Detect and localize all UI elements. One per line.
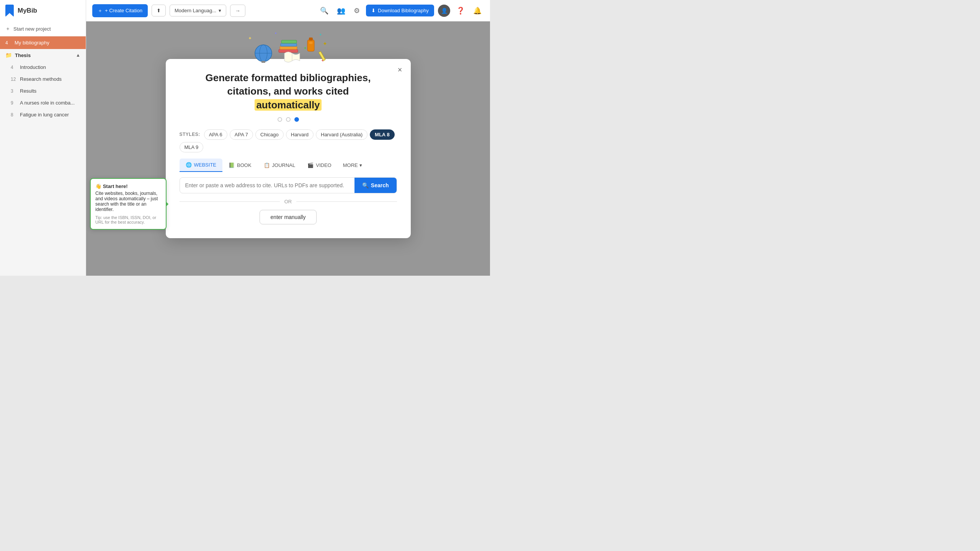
search-input[interactable] (180, 178, 354, 193)
search-button[interactable]: 🔍 Search (354, 178, 397, 193)
modal-overlay[interactable]: ✦ ✦ ● ✦ ✦ × Generate formatted bibliogra… (86, 21, 490, 276)
svg-text:●: ● (275, 31, 277, 35)
user-avatar[interactable]: 👤 (438, 5, 450, 17)
sidebar-item-my-bibliography[interactable]: 4 My bibliography (0, 36, 86, 49)
carousel-dot-2[interactable] (286, 117, 291, 122)
style-mla8-button[interactable]: MLA 8 (370, 129, 395, 140)
journal-icon: 📋 (264, 162, 270, 168)
tooltip-emoji: 👋 (95, 183, 101, 189)
sidebar-item-fatigue[interactable]: 8 Fatigue in lung cancer (0, 109, 86, 121)
carousel-dots (180, 117, 397, 122)
sidebar-item-nurses-role[interactable]: 9 A nurses role in comba... (0, 97, 86, 109)
tab-video[interactable]: 🎬 VIDEO (301, 159, 337, 172)
svg-point-3 (260, 45, 267, 62)
sidebar-items-list: 4 Introduction 12 Research methods 3 Res… (0, 61, 86, 276)
sidebar-item-introduction[interactable]: 4 Introduction (0, 61, 86, 73)
style-apa7-button[interactable]: APA 7 (230, 129, 253, 140)
create-citation-modal: ✦ ✦ ● ✦ ✦ × Generate formatted bibliogra… (166, 59, 411, 238)
svg-point-13 (309, 42, 313, 44)
add-users-icon-button[interactable]: 👥 (335, 4, 348, 17)
chevron-down-icon: ▾ (359, 162, 362, 168)
item-label: Research methods (20, 76, 80, 82)
style-selector[interactable]: Modern Languag... ▾ (170, 5, 226, 16)
chevron-up-icon: ▲ (76, 52, 80, 58)
or-divider: OR (180, 199, 397, 204)
style-label: Modern Languag... (175, 8, 216, 13)
style-harvard-button[interactable]: Harvard (286, 129, 314, 140)
carousel-dot-3[interactable] (294, 117, 299, 122)
app-name: MyBib (18, 7, 37, 15)
tab-more-button[interactable]: MORE ▾ (338, 159, 368, 172)
settings-icon-button[interactable]: ⚙ (351, 4, 362, 17)
notification-icon-button[interactable]: 🔔 (471, 4, 484, 17)
plus-icon: ＋ (5, 25, 10, 32)
avatar-icon: 👤 (441, 8, 448, 14)
plus-icon: ＋ (98, 7, 103, 14)
hero-illustration: ✦ ✦ ● ✦ ✦ (246, 28, 330, 63)
item-label: Fatigue in lung cancer (20, 112, 80, 118)
arrow-right-icon: → (235, 8, 240, 14)
tooltip-title: 👋 Start here! (95, 183, 161, 189)
bib-count: 4 (5, 40, 11, 46)
svg-marker-20 (321, 60, 323, 62)
modal-title-line1: Generate formatted bibliographies, (206, 72, 371, 83)
tab-journal-label: JOURNAL (272, 162, 296, 168)
tooltip-tip: Tip: use the ISBN, ISSN, DOI, or URL for… (95, 215, 161, 224)
style-mla9-button[interactable]: MLA 9 (180, 142, 204, 152)
modal-close-button[interactable]: × (395, 64, 405, 75)
style-harvard-aus-button[interactable]: Harvard (Australia) (316, 129, 368, 140)
svg-rect-5 (261, 61, 265, 63)
enter-manually-label: enter manually (271, 214, 306, 220)
tab-journal[interactable]: 📋 JOURNAL (258, 159, 302, 172)
source-tabs: 🌐 WEBSITE 📗 BOOK 📋 JOURNAL 🎬 VIDEO MORE (180, 159, 397, 172)
arrow-button[interactable]: → (230, 5, 245, 17)
sidebar-folder-thesis[interactable]: 📁 Thesis ▲ (0, 49, 86, 61)
svg-rect-12 (309, 38, 313, 41)
app-logo-icon (5, 5, 14, 17)
start-new-project-label: Start new project (13, 26, 51, 32)
sidebar-item-research-methods[interactable]: 12 Research methods (0, 73, 86, 85)
svg-text:✦: ✦ (304, 46, 307, 50)
svg-rect-6 (279, 49, 298, 52)
tab-website[interactable]: 🌐 WEBSITE (180, 159, 223, 172)
download-bibliography-button[interactable]: ⬇ Download Bibliography (366, 5, 434, 16)
enter-manually-button[interactable]: enter manually (260, 210, 317, 224)
svg-rect-11 (307, 40, 314, 51)
style-chicago-button[interactable]: Chicago (255, 129, 284, 140)
item-label: Results (20, 88, 80, 94)
tooltip-description: Cite websites, books, journals, and vide… (95, 191, 161, 212)
item-count: 4 (11, 65, 17, 70)
styles-label: STYLES: (180, 132, 200, 137)
style-apa6-button[interactable]: APA 6 (204, 129, 227, 140)
search-icon-button[interactable]: 🔍 (318, 4, 331, 17)
topbar: ＋ + Create Citation ⬆ Modern Languag... … (86, 0, 490, 21)
main-content: ✦ ✦ ● ✦ ✦ × Generate formatted bibliogra… (86, 21, 490, 276)
help-icon-button[interactable]: ❓ (454, 4, 467, 17)
sidebar: MyBib ＋ Start new project 4 My bibliogra… (0, 0, 86, 276)
upload-button[interactable]: ⬆ (152, 5, 166, 16)
svg-rect-9 (281, 40, 297, 43)
svg-rect-7 (280, 46, 297, 49)
create-citation-label: + Create Citation (105, 8, 142, 13)
start-new-project-button[interactable]: ＋ Start new project (0, 21, 86, 36)
create-citation-button[interactable]: ＋ + Create Citation (92, 4, 148, 17)
sidebar-header: MyBib (0, 0, 86, 21)
more-label: MORE (343, 162, 358, 168)
folder-icon: 📁 (5, 52, 12, 58)
modal-title-highlighted: automatically (255, 99, 321, 111)
item-label: Introduction (20, 64, 80, 70)
svg-rect-8 (281, 43, 297, 46)
tab-book[interactable]: 📗 BOOK (222, 159, 258, 172)
download-bibliography-label: Download Bibliography (378, 8, 429, 13)
carousel-dot-1[interactable] (278, 117, 282, 122)
website-icon: 🌐 (186, 162, 192, 168)
modal-title: Generate formatted bibliographies, citat… (180, 71, 397, 111)
thesis-label: Thesis (15, 52, 31, 58)
sidebar-item-results[interactable]: 3 Results (0, 85, 86, 97)
tab-video-label: VIDEO (316, 162, 331, 168)
item-count: 3 (11, 88, 17, 94)
svg-text:✦: ✦ (323, 41, 327, 47)
search-row: 🔍 Search (180, 177, 397, 193)
download-icon: ⬇ (371, 8, 376, 13)
item-count: 9 (11, 100, 17, 106)
